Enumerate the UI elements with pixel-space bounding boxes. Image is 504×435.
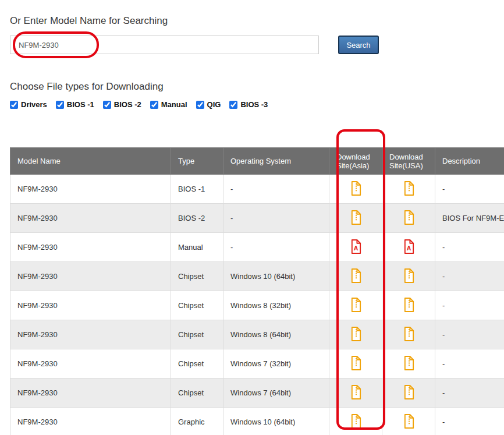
filetype-label: BIOS -2 (114, 100, 141, 109)
os-cell: Windows 8 (32bit) (223, 291, 329, 320)
zip-file-icon[interactable] (350, 298, 362, 312)
filetypes-heading: Choose File types for Downloading (10, 81, 504, 93)
zip-file-icon[interactable] (350, 414, 362, 429)
download-site-asia-cell (329, 291, 382, 320)
download-site-usa-cell (382, 349, 435, 379)
filetype-label: QIG (207, 100, 221, 109)
os-cell: - (223, 175, 329, 204)
zip-file-icon[interactable] (350, 181, 362, 196)
filetype-checkbox-list: DriversBIOS -1BIOS -2ManualQIGBIOS -3 (10, 100, 504, 109)
download-site-asia-cell (329, 408, 382, 435)
table-header: Model NameTypeOperating SystemDownload S… (10, 148, 504, 175)
filetype-checkbox[interactable] (56, 101, 64, 109)
svg-text:A: A (353, 245, 358, 252)
zip-file-icon[interactable] (350, 327, 362, 341)
column-header: Download Site(Asia) (329, 148, 382, 175)
download-site-asia-cell (329, 320, 382, 349)
model-cell: NF9M-2930 (10, 349, 171, 379)
table-row: NF9M-2930BIOS -1-- (10, 175, 504, 204)
description-cell: BIOS For NF9M-E3 (435, 204, 504, 233)
column-header: Model Name (10, 148, 171, 175)
model-cell: NF9M-2930 (10, 408, 171, 435)
filetype-checkbox[interactable] (10, 101, 18, 109)
zip-file-icon[interactable] (403, 414, 415, 429)
os-cell: - (223, 204, 329, 233)
download-site-usa-cell (382, 262, 435, 291)
table-row: NF9M-2930ChipsetWindows 8 (64bit)- (10, 320, 504, 349)
search-button[interactable]: Search (338, 36, 379, 54)
download-site-usa-cell (382, 408, 435, 435)
download-site-usa-cell (382, 291, 435, 320)
filetype-option[interactable]: BIOS -3 (229, 100, 268, 109)
zip-file-icon[interactable] (350, 268, 362, 283)
model-cell: NF9M-2930 (10, 379, 171, 408)
pdf-file-icon[interactable]: A (350, 239, 362, 254)
zip-file-icon[interactable] (403, 327, 415, 341)
type-cell: Chipset (171, 349, 223, 379)
os-cell: - (223, 233, 329, 262)
filetype-option[interactable]: BIOS -2 (103, 100, 141, 109)
table-row: NF9M-2930GraphicWindows 10 (64bit)- (10, 408, 504, 435)
model-cell: NF9M-2930 (10, 320, 171, 349)
zip-file-icon[interactable] (350, 210, 362, 225)
model-cell: NF9M-2930 (10, 204, 171, 233)
filetype-option[interactable]: Manual (150, 100, 187, 109)
filetype-option[interactable]: BIOS -1 (56, 100, 94, 109)
filetype-option[interactable]: Drivers (10, 100, 47, 109)
filetype-checkbox[interactable] (150, 101, 158, 109)
filetype-checkbox[interactable] (229, 101, 237, 109)
zip-file-icon[interactable] (403, 181, 415, 196)
filetype-label: Drivers (21, 100, 47, 109)
type-cell: BIOS -1 (171, 175, 223, 204)
description-cell: - (435, 408, 504, 435)
zip-file-icon[interactable] (403, 210, 415, 225)
table-row: NF9M-2930ChipsetWindows 10 (64bit)- (10, 262, 504, 291)
search-row: Search (10, 36, 504, 54)
download-site-asia-cell (329, 379, 382, 408)
filetype-checkbox[interactable] (196, 101, 204, 109)
download-site-asia-cell (329, 262, 382, 291)
description-cell: - (435, 262, 504, 291)
zip-file-icon[interactable] (403, 356, 415, 370)
downloads-table: Model NameTypeOperating SystemDownload S… (10, 147, 504, 435)
type-cell: BIOS -2 (171, 204, 223, 233)
filetype-label: Manual (161, 100, 187, 109)
table-row: NF9M-2930BIOS -2-BIOS For NF9M-E3 (10, 204, 504, 233)
model-cell: NF9M-2930 (10, 262, 171, 291)
filetype-label: BIOS -1 (67, 100, 94, 109)
description-cell: - (435, 379, 504, 408)
filetype-checkbox[interactable] (103, 101, 111, 109)
zip-file-icon[interactable] (403, 385, 415, 399)
os-cell: Windows 7 (32bit) (223, 349, 329, 379)
description-cell: - (435, 291, 504, 320)
download-site-usa-cell (382, 320, 435, 349)
filetype-option[interactable]: QIG (196, 100, 221, 109)
search-heading: Or Enter Model Name for Searching (10, 15, 504, 27)
table-row: NF9M-2930ChipsetWindows 8 (32bit)- (10, 291, 504, 320)
zip-file-icon[interactable] (350, 356, 362, 370)
model-cell: NF9M-2930 (10, 291, 171, 320)
filetype-label: BIOS -3 (240, 100, 268, 109)
description-cell: - (435, 320, 504, 349)
description-cell: - (435, 175, 504, 204)
column-header: Download Site(USA) (382, 148, 435, 175)
download-site-usa-cell (382, 204, 435, 233)
type-cell: Chipset (171, 379, 223, 408)
type-cell: Manual (171, 233, 223, 262)
type-cell: Chipset (171, 291, 223, 320)
os-cell: Windows 10 (64bit) (223, 408, 329, 435)
description-cell: - (435, 349, 504, 379)
zip-file-icon[interactable] (350, 385, 362, 399)
download-site-asia-cell (329, 175, 382, 204)
model-cell: NF9M-2930 (10, 233, 171, 262)
zip-file-icon[interactable] (403, 298, 415, 312)
pdf-file-icon[interactable]: A (403, 239, 415, 254)
column-header: Type (171, 148, 223, 175)
download-site-asia-cell (329, 349, 382, 379)
download-site-usa-cell: A (382, 233, 435, 262)
model-cell: NF9M-2930 (10, 175, 171, 204)
table-row: NF9M-2930ChipsetWindows 7 (64bit)- (10, 379, 504, 408)
model-search-input[interactable] (10, 36, 319, 54)
download-site-asia-cell: A (329, 233, 382, 262)
zip-file-icon[interactable] (403, 268, 415, 283)
